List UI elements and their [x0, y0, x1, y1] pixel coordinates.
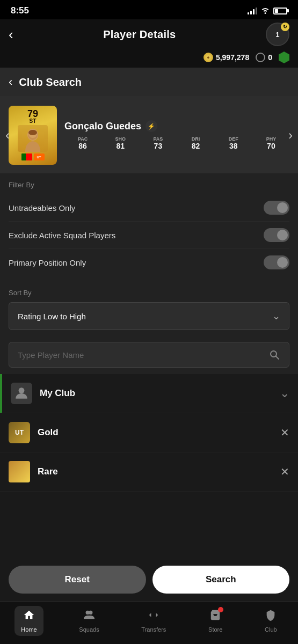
svg-point-8 — [89, 610, 92, 614]
chevron-down-icon: ⌄ — [280, 386, 289, 400]
stat-item: SHO 81 — [102, 136, 139, 150]
coins-display: ● 5,997,278 — [203, 53, 249, 62]
close-icon[interactable]: ✕ — [280, 465, 289, 478]
search-button[interactable]: Search — [152, 566, 290, 594]
stat-label: SHO — [115, 136, 126, 142]
filter-active-squad-toggle[interactable] — [264, 228, 289, 242]
gold-icon: UT — [9, 422, 30, 443]
nav-squads-label: Squads — [79, 626, 99, 633]
player-name-row: Gonçalo Guedes ⚡ — [64, 120, 289, 132]
coins-value: 5,997,278 — [216, 53, 249, 62]
nav-club-label: Club — [265, 626, 277, 633]
player-nav-right-button[interactable]: › — [284, 123, 297, 147]
stat-item: DEF 38 — [215, 136, 252, 150]
category-rare-label: Rare — [38, 466, 273, 477]
search-input-placeholder: Type Player Name — [18, 350, 84, 360]
store-notification-dot — [218, 607, 223, 612]
filter-primary-position: Primary Position Only — [9, 249, 289, 276]
club-nav-icon — [265, 609, 277, 624]
nav-item-store[interactable]: Store — [202, 606, 229, 636]
category-gold-label: Gold — [38, 427, 273, 438]
filter-label: Filter By — [9, 181, 289, 189]
player-nav-left-button[interactable]: ‹ — [1, 123, 14, 147]
bottom-buttons: Reset Search — [0, 558, 298, 601]
fut-badge-indicator: ↻ — [281, 23, 289, 31]
reset-button[interactable]: Reset — [9, 566, 146, 594]
club-search-back-button[interactable]: ‹ — [9, 75, 12, 89]
filter-active-squad-label: Exclude Active Squad Players — [9, 231, 115, 240]
nav-store-label: Store — [208, 626, 222, 633]
stat-label: DRI — [192, 136, 200, 142]
sort-dropdown[interactable]: Rating Low to High ⌄ — [9, 302, 289, 330]
sort-selected-value: Rating Low to High — [18, 312, 86, 321]
nav-transfers-label: Transfers — [141, 626, 166, 633]
filter-untradeables: Untradeables Only — [9, 194, 289, 222]
filter-primary-position-label: Primary Position Only — [9, 258, 86, 267]
coin-icon: ● — [203, 53, 213, 62]
card-rating: 79 — [27, 109, 38, 119]
svg-line-5 — [276, 356, 279, 360]
wifi-icon — [260, 6, 270, 16]
points-display: 0 — [256, 53, 272, 62]
chevron-down-icon: ⌄ — [272, 310, 280, 322]
category-gold[interactable]: UT Gold ✕ — [0, 413, 298, 452]
club-search-title: Club Search — [19, 76, 82, 89]
status-icons — [248, 6, 287, 16]
rare-icon — [9, 461, 30, 482]
filter-primary-position-toggle[interactable] — [264, 255, 289, 269]
status-bar: 8:55 — [0, 0, 298, 19]
shield-icon — [279, 52, 289, 63]
stat-item: DRI 82 — [177, 136, 214, 150]
search-input-section: Type Player Name — [0, 338, 298, 374]
stat-label: DEF — [229, 136, 238, 142]
nav-item-home[interactable]: Home — [14, 606, 43, 636]
player-card-section: ‹ 79 ST UT Gonçalo Guedes ⚡ PAC 86 — [0, 97, 298, 173]
points-icon — [256, 53, 265, 62]
stat-item: PAC 86 — [64, 136, 101, 150]
nav-home-label: Home — [21, 626, 37, 633]
player-card: 79 ST UT — [9, 106, 57, 165]
club-search-header: ‹ Club Search — [0, 68, 298, 97]
status-time: 8:55 — [11, 5, 29, 16]
fut-badge[interactable]: 1 ↻ — [266, 23, 289, 46]
bottom-nav: Home Squads Transfers Store — [0, 601, 298, 644]
close-icon[interactable]: ✕ — [280, 426, 289, 439]
category-list: My Club ⌄ UT Gold ✕ Rare ✕ — [0, 374, 298, 492]
stat-item: PAS 73 — [140, 136, 176, 150]
category-rare[interactable]: Rare ✕ — [0, 452, 298, 492]
league-icon: UT — [34, 153, 45, 160]
search-icon — [268, 349, 280, 361]
card-position: ST — [30, 119, 37, 124]
top-nav-back-button[interactable]: ‹ — [9, 26, 13, 43]
nationality-flag — [21, 153, 32, 160]
stat-value: 82 — [192, 142, 200, 150]
top-nav: ‹ Player Details 1 ↻ — [0, 19, 298, 49]
home-icon — [23, 609, 35, 624]
transfers-icon — [148, 609, 159, 624]
player-info: Gonçalo Guedes ⚡ PAC 86 SHO 81 PAS 73 DR… — [64, 120, 289, 150]
player-image — [18, 125, 48, 152]
speed-icon: ⚡ — [146, 120, 157, 132]
player-name: Gonçalo Guedes — [64, 121, 141, 132]
stat-value: 86 — [78, 142, 87, 150]
nav-item-squads[interactable]: Squads — [72, 606, 105, 636]
sort-section: Sort By Rating Low to High ⌄ — [0, 283, 298, 338]
stat-value: 70 — [267, 142, 275, 150]
nav-item-transfers[interactable]: Transfers — [135, 606, 172, 636]
filter-active-squad: Exclude Active Squad Players — [9, 222, 289, 249]
filter-untradeables-toggle[interactable] — [264, 201, 289, 215]
page-title: Player Details — [103, 28, 176, 41]
battery-icon — [273, 8, 287, 14]
player-stats-grid: PAC 86 SHO 81 PAS 73 DRI 82 DEF 38 PHY 7… — [64, 136, 289, 150]
category-my-club[interactable]: My Club ⌄ — [0, 374, 298, 413]
search-input-wrap[interactable]: Type Player Name — [9, 342, 289, 368]
card-flags: UT — [21, 153, 45, 160]
category-my-club-label: My Club — [40, 388, 272, 399]
currency-bar: ● 5,997,278 0 — [0, 49, 298, 68]
filter-section: Filter By Untradeables Only Exclude Acti… — [0, 173, 298, 283]
club-icon — [11, 383, 32, 404]
filter-untradeables-label: Untradeables Only — [9, 203, 75, 213]
signal-icon — [248, 7, 257, 14]
nav-item-club[interactable]: Club — [258, 606, 284, 636]
svg-point-6 — [19, 387, 25, 393]
